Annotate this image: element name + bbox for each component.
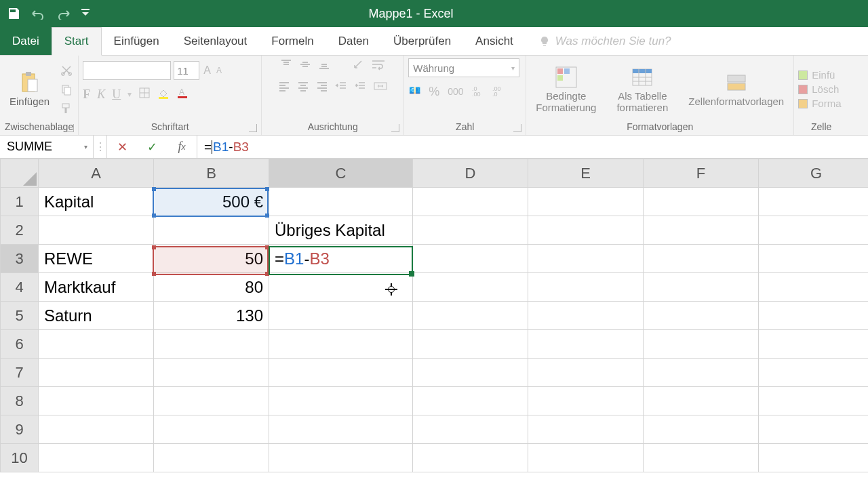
font-name-input[interactable] (83, 61, 171, 80)
cell-g2[interactable] (759, 216, 869, 245)
cell-f7[interactable] (644, 359, 759, 387)
confirm-formula-button[interactable]: ✓ (137, 140, 167, 155)
cell-b3[interactable]: 50 (154, 245, 269, 273)
row-header-8[interactable]: 8 (1, 387, 39, 415)
cell-b1[interactable]: 500 € (154, 188, 269, 216)
cell-g6[interactable] (759, 330, 869, 359)
align-right-icon[interactable] (316, 80, 328, 95)
cell-c6[interactable] (269, 330, 413, 359)
cell-b7[interactable] (154, 359, 269, 387)
increase-font-icon[interactable]: A (202, 64, 212, 77)
cancel-formula-button[interactable]: ✕ (107, 140, 137, 155)
underline-button[interactable]: U (112, 87, 121, 102)
tab-insert[interactable]: Einfügen (102, 27, 172, 55)
col-header-f[interactable]: F (644, 159, 759, 188)
tell-me-search[interactable]: Was möchten Sie tun? (526, 27, 671, 55)
cell-a7[interactable] (39, 359, 154, 387)
col-header-a[interactable]: A (39, 159, 154, 188)
cell-f1[interactable] (644, 188, 759, 216)
dialog-launcher-icon[interactable] (513, 124, 521, 132)
format-as-table-button[interactable]: Als Tabelle formatieren (611, 64, 673, 115)
customize-qat-icon[interactable] (81, 9, 90, 18)
cell-g1[interactable] (759, 188, 869, 216)
name-box-expand-icon[interactable]: ⋮ (94, 136, 107, 158)
cut-icon[interactable] (59, 63, 74, 78)
cell-d10[interactable] (413, 444, 528, 472)
tab-formulas[interactable]: Formeln (259, 27, 326, 55)
col-header-c[interactable]: C (269, 159, 413, 188)
cell-b4[interactable]: 80 (154, 273, 269, 302)
cell-c5[interactable] (269, 302, 413, 330)
cell-a4[interactable]: Marktkauf (39, 273, 154, 302)
cell-g4[interactable] (759, 273, 869, 302)
cell-b10[interactable] (154, 444, 269, 472)
row-header-3[interactable]: 3 (1, 245, 39, 273)
col-header-e[interactable]: E (528, 159, 644, 188)
cell-g5[interactable] (759, 302, 869, 330)
percent-format-icon[interactable]: % (429, 85, 439, 99)
cell-g7[interactable] (759, 359, 869, 387)
cell-c2[interactable]: Übriges Kapital (269, 216, 413, 245)
tab-home[interactable]: Start (52, 27, 102, 56)
increase-indent-icon[interactable] (354, 80, 366, 95)
cell-b8[interactable] (154, 387, 269, 415)
cell-e7[interactable] (528, 359, 644, 387)
redo-icon[interactable] (56, 7, 72, 20)
undo-icon[interactable] (30, 7, 46, 20)
cell-a1[interactable]: Kapital (39, 188, 154, 216)
align-bottom-icon[interactable] (318, 58, 330, 73)
cell-e5[interactable] (528, 302, 644, 330)
cell-d1[interactable] (413, 188, 528, 216)
accounting-format-icon[interactable]: 💶 (408, 84, 420, 99)
cell-e8[interactable] (528, 387, 644, 415)
cell-b2[interactable] (154, 216, 269, 245)
format-painter-icon[interactable] (59, 101, 74, 116)
name-box[interactable]: SUMME (0, 136, 94, 158)
wrap-text-icon[interactable] (371, 58, 386, 73)
format-cells-button[interactable]: Forma (798, 98, 841, 109)
cell-f9[interactable] (644, 415, 759, 444)
formula-input[interactable]: =B1-B3 (197, 136, 868, 158)
tab-data[interactable]: Daten (326, 27, 381, 55)
row-header-5[interactable]: 5 (1, 302, 39, 330)
delete-cells-button[interactable]: Lösch (798, 83, 841, 95)
orientation-icon[interactable] (352, 58, 364, 73)
cell-f3[interactable] (644, 245, 759, 273)
cell-c7[interactable] (269, 359, 413, 387)
conditional-formatting-button[interactable]: Bedingte Formatierung (530, 64, 601, 115)
borders-icon[interactable] (138, 87, 151, 102)
align-middle-icon[interactable] (299, 58, 311, 73)
spreadsheet-grid[interactable]: A B C D E F G 1 Kapital 500 € 2 Übriges … (0, 159, 868, 472)
align-top-icon[interactable] (280, 58, 292, 73)
cell-d9[interactable] (413, 415, 528, 444)
cell-e2[interactable] (528, 216, 644, 245)
dialog-launcher-icon[interactable] (249, 124, 257, 132)
comma-format-icon[interactable]: 000 (448, 86, 463, 97)
save-icon[interactable] (7, 7, 20, 20)
cell-d3[interactable] (413, 245, 528, 273)
cell-c1[interactable] (269, 188, 413, 216)
cell-e1[interactable] (528, 188, 644, 216)
cell-e3[interactable] (528, 245, 644, 273)
cell-g3[interactable] (759, 245, 869, 273)
cell-d4[interactable] (413, 273, 528, 302)
cell-f5[interactable] (644, 302, 759, 330)
cell-b6[interactable] (154, 330, 269, 359)
paste-button[interactable]: Einfügen (4, 70, 55, 108)
cell-d7[interactable] (413, 359, 528, 387)
insert-function-button[interactable]: fx (167, 140, 197, 154)
cell-b5[interactable]: 130 (154, 302, 269, 330)
tab-page-layout[interactable]: Seitenlayout (172, 27, 260, 55)
cell-a10[interactable] (39, 444, 154, 472)
font-size-input[interactable]: 11 (174, 61, 199, 80)
col-header-g[interactable]: G (759, 159, 869, 188)
cell-d8[interactable] (413, 387, 528, 415)
cell-c3[interactable]: =B1-B3 (269, 245, 413, 273)
select-all-corner[interactable] (1, 159, 39, 188)
row-header-7[interactable]: 7 (1, 359, 39, 387)
align-left-icon[interactable] (278, 80, 290, 95)
cell-f2[interactable] (644, 216, 759, 245)
row-header-1[interactable]: 1 (1, 188, 39, 216)
merge-icon[interactable] (373, 80, 388, 95)
bold-button[interactable]: F (83, 87, 90, 102)
